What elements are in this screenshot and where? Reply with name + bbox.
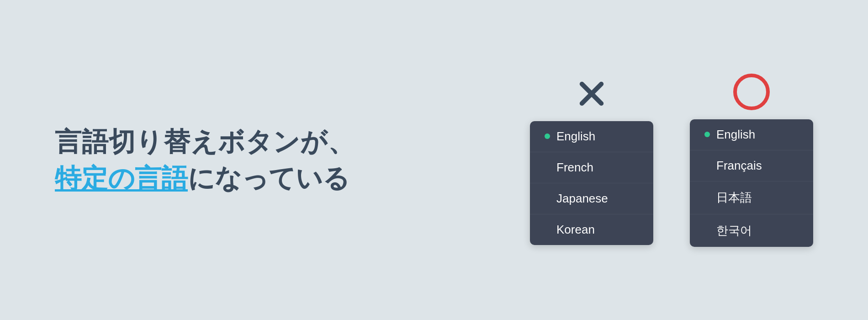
good-item-francais[interactable]: Français xyxy=(690,150,813,181)
title-line2: 特定の言語になっている xyxy=(55,162,355,194)
good-item-english-label: English xyxy=(716,128,755,142)
good-item-francais-label: Français xyxy=(716,159,762,173)
right-section: English French Japanese Korean English F… xyxy=(530,74,868,247)
bad-item-japanese[interactable]: Japanese xyxy=(530,183,653,214)
bad-dropdown-panel: English French Japanese Korean xyxy=(530,121,653,245)
good-dropdown-panel: English Français 日本語 한국어 xyxy=(690,119,813,247)
good-item-japanese[interactable]: 日本語 xyxy=(690,181,813,214)
title-line1: 言語切り替えボタンが、 xyxy=(55,126,355,158)
bad-item-japanese-label: Japanese xyxy=(556,192,608,206)
active-dot-icon-good xyxy=(704,132,710,137)
bad-item-korean-label: Korean xyxy=(556,223,595,237)
bad-item-english[interactable]: English xyxy=(530,121,653,152)
good-symbol-icon xyxy=(733,74,770,110)
bad-panel-wrapper: English French Japanese Korean xyxy=(530,75,653,245)
good-item-english[interactable]: English xyxy=(690,119,813,150)
bad-item-english-label: English xyxy=(556,129,595,144)
bad-symbol-icon xyxy=(573,75,610,112)
left-section: 言語切り替えボタンが、 特定の言語になっている xyxy=(0,126,355,194)
good-item-korean-label: 한국어 xyxy=(716,223,752,239)
good-item-japanese-label: 日本語 xyxy=(716,190,752,206)
title-highlight: 特定の言語 xyxy=(55,163,188,193)
bad-item-french-label: French xyxy=(556,160,593,175)
bad-item-french[interactable]: French xyxy=(530,152,653,183)
title-normal: になっている xyxy=(188,163,349,193)
bad-item-korean[interactable]: Korean xyxy=(530,214,653,245)
good-item-korean[interactable]: 한국어 xyxy=(690,214,813,247)
active-dot-icon xyxy=(545,133,550,139)
good-panel-wrapper: English Français 日本語 한국어 xyxy=(690,74,813,247)
